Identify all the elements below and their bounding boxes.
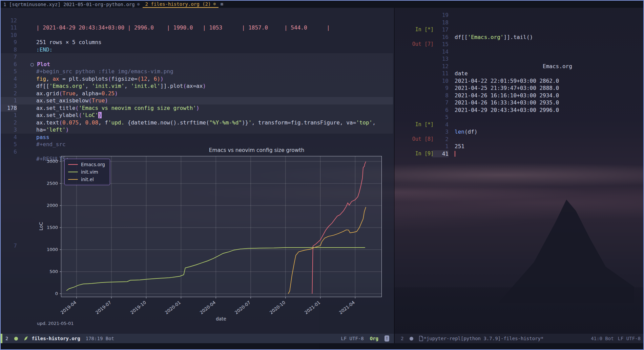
repl-line: 6 <box>1 106 20 114</box>
y-tick-label: 1000 <box>47 247 58 252</box>
legend-label: Emacs.org <box>81 162 105 167</box>
text-cursor <box>455 151 455 157</box>
chart-annotation: upd. 2021-05-01 <box>37 321 74 326</box>
x-tick-label: 2020-04 <box>196 300 216 317</box>
repl-line: 9 2021-04-26 16:16:10+03:00 2934.0 <box>1 84 20 92</box>
tab-org-python[interactable]: 1 [sqrtminusone.xyz] 2021-05-01-org-pyth… <box>1 1 143 8</box>
line-number: 11 <box>432 70 449 77</box>
echo-area[interactable] <box>1 343 643 350</box>
src-block-background <box>1 61 393 68</box>
x-tick-label: 2019-10 <box>126 300 147 317</box>
line-text[interactable]: 2021-04-25 21:39:47+03:00 2888.0 <box>455 84 559 92</box>
repl-line: Out [7]15 <box>1 41 20 48</box>
src-block-background <box>1 112 393 119</box>
line-text[interactable]: :END: <box>36 46 53 54</box>
src-block-background <box>1 104 393 112</box>
chart-ylabel: LoC <box>38 222 44 231</box>
src-block-background <box>1 126 393 134</box>
line-number: 1 <box>432 143 449 150</box>
x-tick-label: 2019-07 <box>91 300 112 317</box>
tab-files-history[interactable]: 2 files-history.org (2) ⊗ <box>143 1 219 8</box>
src-block-background <box>1 68 393 75</box>
line-number: 12 <box>432 63 449 70</box>
repl-line: In [*]4 len(df) <box>1 121 20 129</box>
legend-swatch <box>68 164 78 165</box>
line-text[interactable]: Emacs.org <box>455 63 572 70</box>
line-text[interactable]: df[['Emacs.org']].tail() <box>455 34 533 41</box>
line-number: 4 <box>432 121 449 129</box>
line-number: 8 <box>432 92 449 99</box>
chart-title: Emacs vs neovim config size growth <box>97 147 417 153</box>
x-tick-label: 2020-07 <box>231 300 251 317</box>
chart-xlabel: date <box>61 316 381 322</box>
x-tick-label: 2020-01 <box>161 300 182 317</box>
repl-line: 7 2021-04-29 20:43:34+03:00 2996.0 <box>1 99 20 106</box>
line-text[interactable]: 2021-04-22 22:01:59+03:00 2862.0 <box>455 77 559 85</box>
y-tick-label: 500 <box>49 269 58 274</box>
src-block-background <box>1 82 393 90</box>
line-number: 16 <box>432 34 449 41</box>
line-text[interactable]: date <box>455 70 468 77</box>
legend-label: init.vim <box>81 169 98 175</box>
repl-line: 16 <box>1 34 20 41</box>
repl-line: In [*]17 df[['Emacs.org']].tail() <box>1 26 20 34</box>
repl-line: 13 Emacs.org <box>1 55 20 63</box>
src-block-background <box>1 119 393 127</box>
x-tick-label: 2021-04 <box>335 300 356 317</box>
tab-close-icon[interactable]: ⊗ <box>137 2 140 7</box>
line-text[interactable]: 2021-04-26 16:16:10+03:00 2934.0 <box>455 92 559 99</box>
src-block-background <box>1 53 393 61</box>
org-mode-icon <box>23 336 29 341</box>
new-tab-icon[interactable]: ⊞ <box>219 1 225 8</box>
series-init.el <box>288 207 366 294</box>
window-number: 2 <box>401 336 403 341</box>
modeline-inactive: 2 *jupyter-repl[python 3.7.9]-files-hist… <box>395 334 644 343</box>
legend-item: init.el <box>68 176 105 182</box>
line-number: 2 <box>432 136 449 143</box>
repl-line: 14 <box>1 48 20 56</box>
repl-line: Out [8]2 251 <box>1 136 20 143</box>
cursor-position: 41:0 Bot <box>591 336 614 341</box>
tab-close-icon[interactable]: ⊗ <box>213 1 216 6</box>
emacs-frame: 1 [sqrtminusone.xyz] 2021-05-01-org-pyth… <box>0 0 644 350</box>
buffer-state-dot <box>14 337 18 341</box>
line-text[interactable]: 2021-04-29 20:43:34+03:00 2996.0 <box>455 106 559 114</box>
major-mode[interactable]: Org <box>370 336 378 341</box>
image-line: 7 <box>1 235 14 242</box>
eol-encoding[interactable]: LF UTF-8 <box>341 336 363 341</box>
y-tick-label: 0 <box>55 291 58 296</box>
window-number: 2 <box>5 336 8 341</box>
legend-item: init.vim <box>68 169 105 175</box>
buffer-name[interactable]: *jupyter-repl[python 3.7.9]-files-histor… <box>423 336 543 341</box>
repl-line: 8 2021-04-26 16:33:34+03:00 2935.0 <box>1 92 20 99</box>
y-tick-label: 1500 <box>47 225 58 230</box>
buffer-name[interactable]: files-history.org <box>32 336 80 341</box>
x-tick-label: 2020-10 <box>266 300 286 317</box>
line-number: 9 <box>432 84 449 92</box>
repl-prompt-out: Out [8] <box>397 136 434 143</box>
eol-encoding[interactable]: LF UTF-8 <box>618 336 641 341</box>
line-number: 15 <box>432 41 449 48</box>
tab-label: 1 [sqrtminusone.xyz] 2021-05-01-org-pyth… <box>3 2 135 7</box>
legend-label: init.el <box>81 177 94 182</box>
current-line-highlight <box>1 97 393 104</box>
repl-prompt-in: In [*] <box>397 121 434 129</box>
line-number: 19 <box>432 12 449 19</box>
x-tick-label: 2021-01 <box>300 300 321 317</box>
org-inline-result-image: Emacs vs neovim config size growth 30002… <box>36 147 395 332</box>
repl-line: 3 <box>1 128 20 136</box>
src-block-background <box>1 75 393 83</box>
repl-line: 12 date <box>1 63 20 70</box>
modeline-accent-bar <box>1 334 2 343</box>
repl-line: 5 <box>1 114 20 121</box>
buffer-state-dot <box>410 337 413 341</box>
line-text[interactable]: | 2021-04-29 20:43:34+03:00 | 2996.0 | 1… <box>36 24 330 32</box>
line-text[interactable]: len(df) <box>455 128 477 136</box>
repl-prompt-in: In [*] <box>397 26 434 34</box>
line-text[interactable]: 251 rows × 5 columns <box>36 39 102 46</box>
warning-badge[interactable]: ! <box>385 335 389 342</box>
line-text[interactable]: pass <box>36 134 49 141</box>
line-text[interactable]: 251 <box>455 143 464 150</box>
line-number: 18 <box>432 19 449 26</box>
line-text[interactable]: 2021-04-26 16:33:34+03:00 2935.0 <box>455 99 559 106</box>
